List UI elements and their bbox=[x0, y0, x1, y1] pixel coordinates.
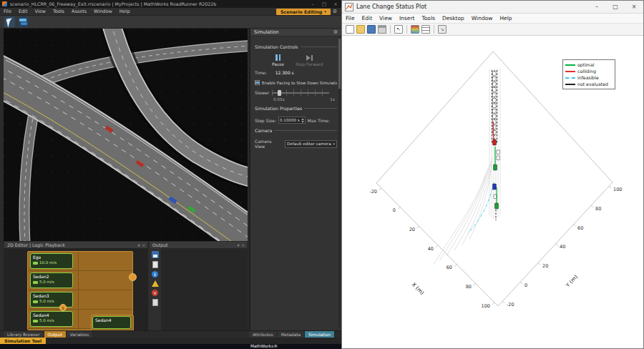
menu-file[interactable]: File bbox=[0, 9, 15, 14]
simulation-panel: Simulation ⚙ Simulation Controls Pause S… bbox=[249, 29, 341, 330]
menu-tools[interactable]: Tools bbox=[418, 15, 438, 21]
panel-close-icon[interactable]: × bbox=[142, 243, 145, 247]
clear-log-icon[interactable] bbox=[152, 261, 158, 268]
agent-chip-sedan4[interactable]: Sedan4 5.0 m/s bbox=[30, 311, 73, 327]
minimize-icon[interactable]: – bbox=[307, 0, 318, 8]
step-size-input[interactable]: 0.10000 s bbox=[278, 117, 306, 124]
action-node-sedan4[interactable]: Sedan4 1 → bbox=[91, 315, 134, 330]
save-figure-icon[interactable] bbox=[367, 25, 376, 34]
camera-view-dropdown[interactable]: Default editor camera ▾ bbox=[285, 140, 337, 148]
svg-text:-20: -20 bbox=[369, 189, 377, 195]
dock-figure-icon[interactable]: ↘ bbox=[438, 25, 447, 34]
menu-view[interactable]: View bbox=[31, 9, 49, 14]
pacing-slider[interactable] bbox=[272, 89, 329, 96]
error-filter-icon[interactable]: × bbox=[152, 290, 158, 296]
scenario-editing-dropdown[interactable]: Scenario Editing ▾ bbox=[276, 9, 331, 15]
scrollbar[interactable] bbox=[338, 37, 341, 328]
menu-window[interactable]: Window bbox=[90, 9, 116, 14]
roadrunner-window: scenario_HLCRR_06_Freeway_Exit.rrscenari… bbox=[0, 0, 341, 349]
roadrunner-titlebar: scenario_HLCRR_06_Freeway_Exit.rrscenari… bbox=[0, 0, 341, 8]
car-icon bbox=[33, 281, 38, 284]
logic-row-sedan2[interactable]: Sedan2 5.0 m/s bbox=[28, 271, 132, 290]
pacing-checkbox[interactable] bbox=[255, 80, 260, 85]
legend[interactable]: optimal colliding infeasible not evaluat… bbox=[562, 59, 615, 89]
menu-desktop[interactable]: Desktop bbox=[439, 15, 468, 21]
open-file-icon[interactable] bbox=[356, 25, 365, 34]
menu-window[interactable]: Window bbox=[468, 15, 497, 21]
svg-text:0: 0 bbox=[525, 282, 527, 288]
plot-area[interactable]: -20 0 20 40 60 80 100 -20 0 bbox=[342, 36, 643, 349]
new-figure-icon[interactable] bbox=[346, 25, 354, 34]
menu-tools[interactable]: Tools bbox=[49, 9, 68, 14]
print-icon[interactable] bbox=[378, 25, 386, 34]
logic-editor-canvas[interactable]: Ego 10.0 m/s Sedan2 5.0 m/s Sedan3 5.0 m… bbox=[4, 248, 148, 330]
menu-file[interactable]: File bbox=[342, 15, 358, 21]
max-time-label: Max Time: bbox=[308, 118, 330, 123]
agent-chip-ego[interactable]: Ego 10.0 m/s bbox=[30, 253, 73, 269]
legend-item-not-evaluated: not evaluated bbox=[565, 81, 613, 87]
2d-editor-title: 2D Editor | Logic Playback bbox=[4, 242, 65, 247]
vehicle-tool-icon[interactable] bbox=[18, 16, 29, 27]
close-icon[interactable]: × bbox=[625, 1, 643, 14]
agent-chip-sedan4-action[interactable]: Sedan4 bbox=[92, 316, 131, 329]
script-log-icon[interactable] bbox=[152, 299, 158, 306]
legend-line-optimal bbox=[565, 64, 575, 66]
step-forward-button[interactable]: Step Forward bbox=[296, 54, 323, 67]
plot-vehicle-blue bbox=[493, 184, 497, 190]
brand-bar: MathWorks® bbox=[0, 344, 341, 349]
slower-label: Slower bbox=[255, 90, 269, 95]
info-filter-icon[interactable]: i bbox=[152, 271, 158, 277]
insert-colorbar-icon[interactable] bbox=[411, 25, 419, 34]
car-icon bbox=[33, 262, 38, 265]
legend-line-infeasible bbox=[565, 77, 575, 79]
plot-vehicle-green-1 bbox=[494, 164, 497, 170]
logic-row-sedan3[interactable]: Sedan3 5.0 m/s bbox=[28, 290, 132, 310]
figure-toolbar: ↖ ↘ bbox=[342, 24, 643, 36]
panel-close-icon[interactable]: × bbox=[241, 243, 245, 247]
edit-plot-icon[interactable]: ↖ bbox=[394, 25, 403, 34]
svg-text:80: 80 bbox=[595, 206, 601, 212]
close-icon[interactable]: × bbox=[330, 0, 341, 8]
gear-icon[interactable]: ⚙ bbox=[333, 9, 337, 14]
agent-chip-sedan2[interactable]: Sedan2 5.0 m/s bbox=[30, 272, 73, 288]
pause-button[interactable]: Pause bbox=[272, 54, 284, 67]
menu-help[interactable]: Help bbox=[496, 15, 515, 21]
figure-window: Lane Change Status Plot – □ × File Edit … bbox=[341, 0, 644, 349]
2d-editor-header: 2D Editor | Logic Playback ▾× bbox=[4, 241, 148, 248]
insert-legend-icon[interactable] bbox=[421, 25, 430, 34]
spinner-arrows-icon[interactable] bbox=[301, 118, 304, 123]
camera-view-label: Camera View bbox=[255, 139, 282, 149]
chevron-down-icon: ▾ bbox=[333, 142, 335, 146]
menu-help[interactable]: Help bbox=[116, 9, 134, 14]
panel-menu-icon[interactable]: ▾ bbox=[138, 243, 140, 247]
svg-text:20: 20 bbox=[409, 227, 415, 232]
minimize-icon[interactable]: – bbox=[587, 1, 606, 14]
menu-edit[interactable]: Edit bbox=[358, 15, 376, 21]
menu-edit[interactable]: Edit bbox=[15, 9, 31, 14]
time-value: 12.300 s bbox=[275, 70, 294, 75]
panel-menu-icon[interactable]: ▾ bbox=[238, 243, 240, 247]
maximize-icon[interactable]: □ bbox=[606, 1, 625, 14]
branch-badge[interactable]: 1 bbox=[59, 304, 67, 311]
3d-viewport[interactable] bbox=[4, 29, 248, 241]
svg-text:60: 60 bbox=[577, 225, 583, 231]
slider-thumb[interactable] bbox=[278, 90, 281, 96]
svg-text:40: 40 bbox=[560, 244, 565, 250]
output-icon-strip: i × bbox=[149, 248, 161, 330]
menu-insert[interactable]: Insert bbox=[396, 15, 419, 21]
save-log-icon[interactable] bbox=[152, 251, 159, 258]
window-title: scenario_HLCRR_06_Freeway_Exit.rrscenari… bbox=[10, 1, 216, 6]
select-tool-icon[interactable] bbox=[4, 16, 15, 27]
menu-assets[interactable]: Assets bbox=[68, 9, 90, 14]
agent-chip-sedan3[interactable]: Sedan3 5.0 m/s bbox=[30, 292, 73, 308]
pacing-label: Enable Pacing to Slow Down Simulation bbox=[262, 81, 337, 85]
maximize-icon[interactable]: □ bbox=[318, 0, 330, 8]
step-forward-icon bbox=[306, 54, 313, 61]
legend-item-optimal: optimal bbox=[565, 62, 613, 68]
gear-icon[interactable]: ⚙ bbox=[333, 29, 341, 35]
node-port-badge[interactable] bbox=[129, 273, 137, 281]
menu-view[interactable]: View bbox=[376, 15, 396, 21]
pause-icon bbox=[275, 54, 280, 61]
warning-filter-icon[interactable] bbox=[152, 280, 159, 287]
logic-row-ego[interactable]: Ego 10.0 m/s bbox=[28, 252, 132, 271]
